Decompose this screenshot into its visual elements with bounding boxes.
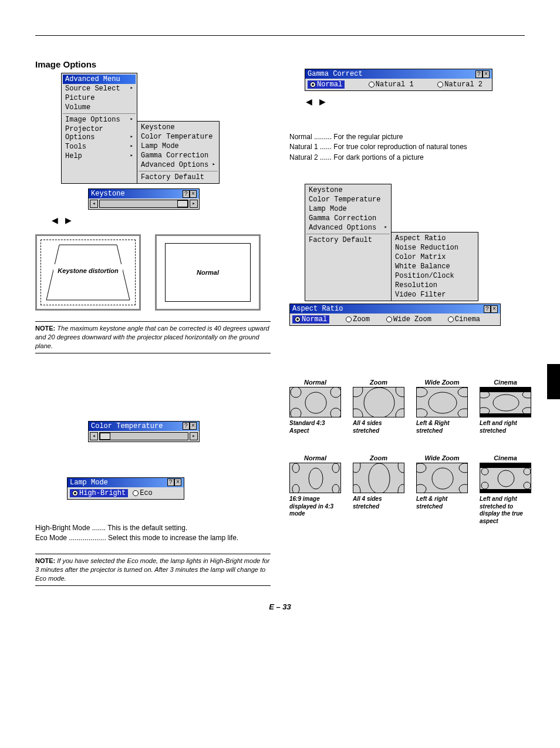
aspect-thumb-wide-zoom [416, 387, 468, 417]
menu-item[interactable]: Tools▸ [63, 142, 136, 151]
slider-left-icon[interactable]: ◂ [90, 432, 98, 440]
menu-item[interactable]: Gamma Correction [139, 151, 218, 160]
menu-item[interactable]: Projector Options▸ [63, 124, 136, 142]
menu-item[interactable]: Color Temperature [139, 132, 218, 141]
svg-point-37 [459, 484, 468, 493]
aspect-cell: Wide Zoom Left & Right stretched [416, 379, 468, 434]
menu-item[interactable]: Source Select▸ [63, 84, 136, 93]
svg-point-3 [330, 388, 341, 397]
aspect-thumb-zoom-169 [353, 463, 404, 493]
svg-point-1 [305, 392, 326, 413]
gamma-normal[interactable]: Normal [308, 80, 345, 89]
svg-point-43 [481, 482, 488, 489]
aspect-cell: Wide Zoom Left & right stretched [416, 454, 468, 525]
radio-icon [369, 82, 375, 87]
lamp-mode-title: Lamp Mode ? × [68, 478, 184, 487]
svg-point-27 [332, 484, 339, 493]
aspect-cell: Normal Standard 4:3 Aspect [289, 379, 341, 434]
color-temp-slider[interactable]: ◂ ▸ [89, 431, 199, 442]
radio-icon [448, 316, 454, 322]
aspect-label: Normal [289, 379, 341, 386]
gamma-natural-1[interactable]: Natural 1 [369, 80, 414, 89]
menu-item[interactable]: Position/Clock [393, 271, 477, 281]
slider-right-icon[interactable]: ▸ [190, 432, 198, 440]
aspect-cell: Cinema Left and right stretched to displ… [480, 454, 531, 525]
menu-item[interactable]: Advanced Options▸ [139, 160, 218, 170]
menu-item[interactable]: Help▸ [63, 151, 136, 161]
image-options-panel-2: Keystone Color Temperature Lamp Mode Gam… [305, 184, 392, 301]
aspect-sub: Left & Right stretched [416, 420, 468, 434]
menu-item[interactable]: Aspect Ratio [393, 234, 477, 243]
lamp-mode-dialog: Lamp Mode ? × High-Bright Eco [67, 477, 184, 500]
close-icon[interactable]: × [483, 70, 490, 78]
menu-item[interactable]: Color Temperature [306, 195, 390, 204]
svg-point-9 [353, 409, 363, 417]
advanced-menu-title: Advanced Menu [63, 75, 136, 84]
right-column: Gamma Correct ? × Normal Natural 1 Natur… [289, 59, 525, 586]
help-icon[interactable]: ? [167, 479, 174, 486]
advanced-menu-panel: Advanced Menu Source Select▸ Picture Vol… [61, 73, 137, 184]
menu-item[interactable]: Factory Default [306, 235, 390, 245]
lamp-mode-high-bright[interactable]: High-Bright [70, 489, 128, 497]
gamma-natural-2[interactable]: Natural 2 [437, 80, 483, 89]
nav-arrows: ◀ ▶ [52, 215, 271, 225]
aspect-options: Normal Zoom Wide Zoom Cinema [290, 314, 500, 325]
svg-point-7 [353, 388, 363, 397]
menu-item[interactable]: Resolution [393, 281, 477, 290]
menu-item[interactable]: Volume [63, 103, 136, 112]
menu-item[interactable]: Factory Default [139, 173, 218, 182]
svg-point-31 [353, 484, 360, 493]
menu-item[interactable]: Video Filter [393, 290, 477, 299]
menu-item[interactable]: Keystone [139, 123, 218, 132]
aspect-cell: Normal 16:9 image displayed in 4:3 mode [289, 454, 341, 525]
menu-item[interactable]: Advanced Options▸ [306, 223, 390, 233]
aspect-sub: Left and right stretched to display the … [480, 496, 531, 525]
aspect-wide-zoom[interactable]: Wide Zoom [386, 315, 431, 324]
aspect-thumb-normal [289, 387, 341, 417]
close-icon[interactable]: × [190, 190, 197, 198]
help-icon[interactable]: ? [183, 190, 190, 198]
slider-thumb[interactable] [100, 433, 110, 440]
radio-icon [133, 490, 139, 496]
radio-icon [386, 316, 392, 322]
aspect-sub: Left and right stretched [480, 420, 531, 434]
aspect-cinema[interactable]: Cinema [448, 315, 480, 324]
svg-point-5 [330, 408, 341, 417]
lamp-mode-eco[interactable]: Eco [133, 489, 153, 497]
slider-right-icon[interactable]: ▸ [190, 200, 198, 208]
svg-point-26 [292, 484, 299, 493]
svg-point-40 [498, 470, 514, 487]
menu-item[interactable]: Keystone [306, 186, 390, 195]
help-icon[interactable]: ? [475, 70, 483, 78]
close-icon[interactable]: × [174, 479, 181, 486]
menu-item[interactable]: Noise Reduction [393, 243, 477, 252]
menu-item[interactable]: Color Matrix [393, 252, 477, 262]
slider-track[interactable] [99, 432, 188, 440]
close-icon[interactable]: × [491, 305, 498, 313]
keystone-distortion-diagram: Keystone distortion [35, 234, 141, 311]
menu-item[interactable]: Lamp Mode [139, 141, 218, 151]
color-temperature-title: Color Temperature ? × [89, 422, 199, 431]
svg-point-25 [332, 463, 339, 473]
close-icon[interactable]: × [190, 422, 197, 430]
keystone-slider[interactable]: ◂ ▸ [89, 198, 199, 209]
aspect-zoom[interactable]: Zoom [346, 315, 370, 324]
svg-point-15 [458, 409, 468, 417]
slider-thumb[interactable] [177, 200, 188, 207]
svg-point-11 [429, 392, 457, 413]
help-icon[interactable]: ? [183, 422, 190, 430]
aspect-sub: Standard 4:3 Aspect [289, 420, 341, 434]
slider-left-icon[interactable]: ◂ [90, 200, 98, 208]
aspect-thumb-zoom [353, 387, 404, 417]
menu-item[interactable]: White Balance [393, 262, 477, 271]
aspect-normal[interactable]: Normal [292, 315, 329, 324]
radio-icon [346, 316, 352, 322]
slider-track[interactable] [99, 200, 188, 208]
menu-item[interactable]: Lamp Mode [306, 204, 390, 214]
radio-icon [72, 490, 78, 496]
menu-item[interactable]: Gamma Correction [306, 214, 390, 223]
help-icon[interactable]: ? [484, 305, 491, 313]
menu-item[interactable]: Image Options▸ [63, 115, 136, 124]
menu-item[interactable]: Picture [63, 93, 136, 103]
svg-point-18 [493, 395, 519, 411]
